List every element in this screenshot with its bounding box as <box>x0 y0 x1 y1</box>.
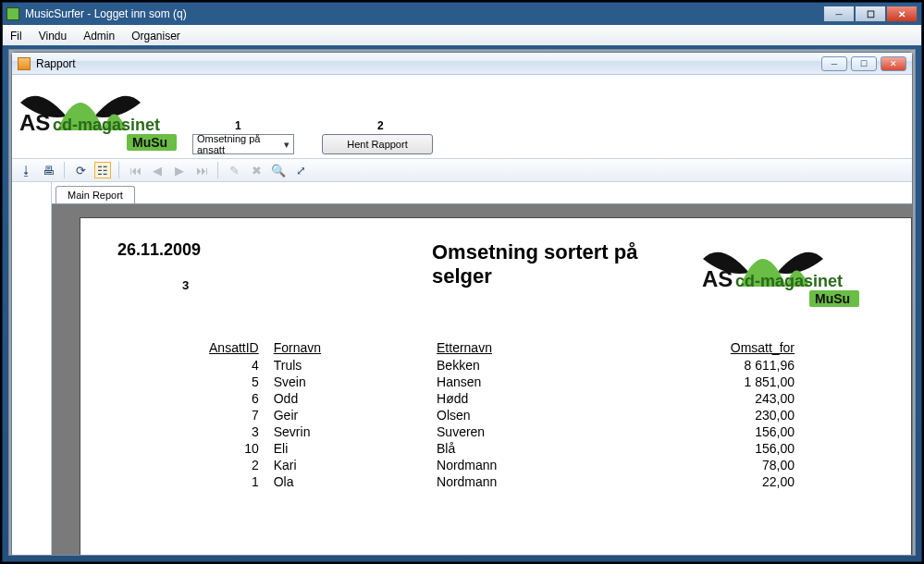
cell-etternavn: Hødd <box>429 390 662 407</box>
app-minimize-button[interactable] <box>823 6 855 22</box>
last-page-icon[interactable]: ⏭ <box>193 162 210 178</box>
app-titlebar: MusicSurfer - Logget inn som (q) <box>3 3 921 25</box>
cell-fornavn: Svein <box>266 374 429 390</box>
cell-id: 2 <box>173 457 266 473</box>
header-strip: 1 2 Omsetning på ansatt Hent Rapport <box>12 75 912 158</box>
toolbar-separator <box>64 162 65 178</box>
cell-fornavn: Sevrin <box>266 423 429 440</box>
toolbar-separator <box>118 162 119 178</box>
cell-omsatt: 78,00 <box>662 457 802 473</box>
export-icon[interactable]: ⭳ <box>18 162 34 178</box>
table-row: 7GeirOlsen230,00 <box>173 407 802 423</box>
menu-bar: Fil Vindu Admin Organiser <box>3 25 921 45</box>
cell-fornavn: Truls <box>266 357 429 374</box>
print-icon[interactable]: 🖶 <box>40 162 56 178</box>
menu-admin[interactable]: Admin <box>83 30 115 43</box>
cell-etternavn: Blå <box>429 440 662 457</box>
table-row: 5SveinHansen1 851,00 <box>173 374 802 390</box>
menu-vindu[interactable]: Vindu <box>39 30 67 43</box>
report-type-dropdown[interactable]: Omsetning på ansatt <box>192 134 294 154</box>
report-toolbar: ⭳ 🖶 ⟳ ☷ ⏮ ◀ ▶ ⏭ ✎ ✖ 🔍 ⤢ <box>12 158 912 182</box>
cell-fornavn: Eli <box>266 440 429 457</box>
group-tree-panel[interactable] <box>12 182 52 556</box>
cell-id: 5 <box>173 374 266 390</box>
col-ansattid: AnsattID <box>173 338 266 357</box>
cell-etternavn: Bekken <box>429 357 662 374</box>
refresh-icon[interactable]: ⟳ <box>72 162 89 178</box>
report-window: Rapport 1 2 Omsetning på ansatt <box>11 52 913 556</box>
report-minimize-button[interactable] <box>821 56 847 71</box>
app-icon <box>6 7 19 20</box>
next-page-icon[interactable]: ▶ <box>171 162 188 178</box>
group-tree-icon[interactable]: ☷ <box>94 162 111 178</box>
col-omsatt: Omsatt_for <box>662 338 802 357</box>
stop-icon[interactable]: ✖ <box>248 162 265 178</box>
app-maximize-button[interactable] <box>855 6 886 22</box>
cell-etternavn: Nordmann <box>429 457 662 473</box>
app-close-button[interactable] <box>886 6 918 22</box>
cell-omsatt: 8 611,96 <box>662 357 802 374</box>
mdi-area: Rapport 1 2 Omsetning på ansatt <box>8 49 916 556</box>
report-window-icon <box>18 57 31 70</box>
menu-organiser[interactable]: Organiser <box>131 30 180 43</box>
cell-id: 3 <box>173 423 266 440</box>
report-close-button[interactable] <box>881 56 906 71</box>
cell-omsatt: 22,00 <box>662 473 802 490</box>
col-fornavn: Fornavn <box>266 338 429 357</box>
prev-page-icon[interactable]: ◀ <box>149 162 166 178</box>
report-logo <box>698 231 883 311</box>
step-1-label: 1 <box>235 119 241 132</box>
menu-fil[interactable]: Fil <box>10 30 22 43</box>
table-row: 2KariNordmann78,00 <box>173 457 802 473</box>
cell-omsatt: 156,00 <box>662 423 802 440</box>
cell-id: 6 <box>173 390 266 407</box>
col-etternavn: Etternavn <box>429 338 662 357</box>
cell-fornavn: Kari <box>266 457 429 473</box>
table-row: 4TrulsBekken8 611,96 <box>173 357 802 374</box>
company-logo <box>16 75 201 154</box>
report-viewer[interactable]: 26.11.2009 3 Omsetning sortert på selger… <box>52 204 912 556</box>
cell-omsatt: 230,00 <box>662 407 802 423</box>
zoom-icon[interactable]: ⤢ <box>292 162 309 178</box>
cell-etternavn: Hansen <box>429 374 662 390</box>
cell-omsatt: 243,00 <box>662 390 802 407</box>
report-title: Omsetning sortert på selger <box>432 240 654 288</box>
cell-etternavn: Nordmann <box>429 473 662 490</box>
app-title: MusicSurfer - Logget inn som (q) <box>25 7 823 20</box>
report-window-title: Rapport <box>36 57 821 70</box>
cell-etternavn: Olsen <box>429 407 662 423</box>
cell-omsatt: 156,00 <box>662 440 802 457</box>
report-page: 26.11.2009 3 Omsetning sortert på selger… <box>80 217 912 556</box>
report-titlebar: Rapport <box>12 53 912 75</box>
table-row: 10EliBlå156,00 <box>173 440 802 457</box>
report-table: AnsattID Fornavn Etternavn Omsatt_for 4T… <box>173 338 802 490</box>
cell-id: 1 <box>173 473 266 490</box>
cell-omsatt: 1 851,00 <box>662 374 802 390</box>
fetch-report-button[interactable]: Hent Rapport <box>322 134 433 154</box>
step-2-label: 2 <box>377 119 384 132</box>
cell-fornavn: Odd <box>266 390 429 407</box>
report-tab-row: Main Report <box>52 182 912 204</box>
tab-main-report[interactable]: Main Report <box>55 186 135 203</box>
find-icon[interactable]: 🔍 <box>270 162 287 178</box>
cell-fornavn: Geir <box>266 407 429 423</box>
table-row: 1OlaNordmann22,00 <box>173 473 802 490</box>
report-maximize-button[interactable] <box>851 56 877 71</box>
cell-id: 4 <box>173 357 266 374</box>
cell-id: 7 <box>173 407 266 423</box>
report-type-value: Omsetning på ansatt <box>197 133 284 155</box>
goto-page-icon[interactable]: ✎ <box>226 162 242 178</box>
toolbar-separator <box>217 162 218 178</box>
table-row: 6OddHødd243,00 <box>173 390 802 407</box>
first-page-icon[interactable]: ⏮ <box>127 162 143 178</box>
table-row: 3SevrinSuveren156,00 <box>173 423 802 440</box>
cell-id: 10 <box>173 440 266 457</box>
cell-etternavn: Suveren <box>429 423 662 440</box>
cell-fornavn: Ola <box>266 473 429 490</box>
